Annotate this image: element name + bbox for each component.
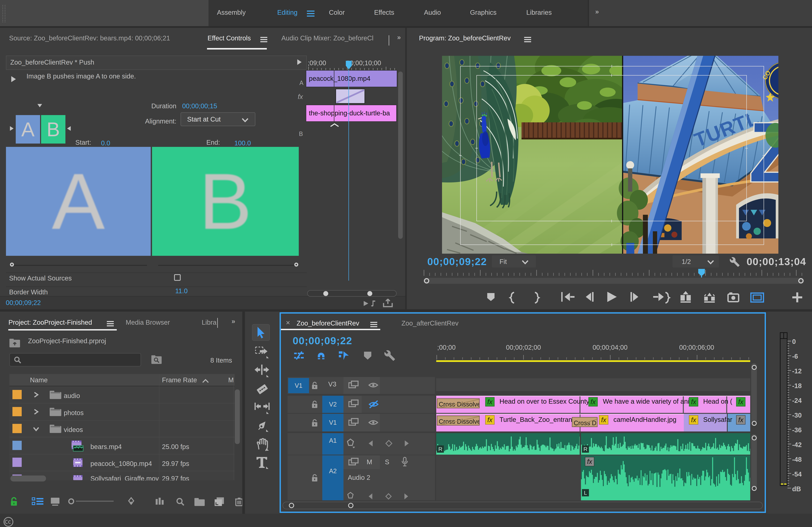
svg-text:Z: Z xyxy=(748,104,778,200)
